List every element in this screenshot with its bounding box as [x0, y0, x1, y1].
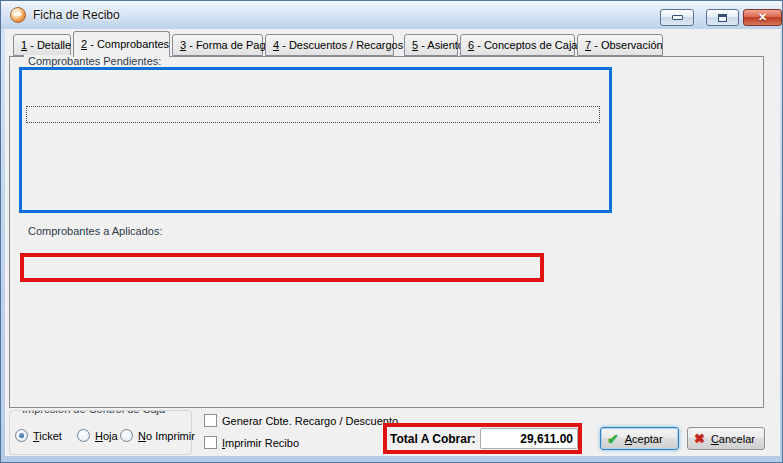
checkbox-generar-cbte-icon[interactable] — [204, 414, 217, 427]
checkbox-generar-cbte[interactable]: Generar Cbte. Recargo / Descuento — [204, 414, 398, 427]
window-title: Ficha de Recibo — [33, 8, 120, 22]
close-button[interactable]: ✕ — [743, 9, 782, 26]
tab-forma-de-pago[interactable]: 3 - Forma de Pago — [172, 34, 263, 56]
minimize-button[interactable] — [660, 9, 694, 26]
restore-icon — [718, 14, 727, 22]
tab-descuentos-recargos[interactable]: 4 - Descuentos / Recargos — [265, 34, 394, 56]
tab-observacion[interactable]: 7 - Observación — [577, 34, 663, 56]
radio-hoja[interactable]: Hoja — [77, 429, 118, 442]
radio-no-imprimir-icon[interactable] — [120, 429, 133, 442]
tab-comprobantes[interactable]: 2 - Comprobantes — [73, 31, 170, 57]
total-a-cobrar-field[interactable]: 29,611.00 — [480, 428, 578, 449]
title-bar[interactable]: Ficha de Recibo ✕ — [1, 1, 782, 29]
total-a-cobrar-label: Total A Cobrar: — [390, 432, 476, 446]
dialog-window: Ficha de Recibo ✕ 1 - Detalle 2 - Compro… — [0, 0, 783, 463]
print-control-group-label: Impresión de Control de Caja — [18, 410, 169, 415]
close-icon: ✕ — [758, 12, 767, 23]
pending-grid-focus-row[interactable] — [26, 106, 600, 123]
check-icon: ✔ — [607, 432, 619, 446]
cancelar-button[interactable]: ✖ Cancelar — [687, 427, 765, 450]
tab-detalle[interactable]: 1 - Detalle — [13, 34, 71, 56]
app-icon — [10, 7, 26, 23]
x-icon: ✖ — [694, 432, 705, 445]
checkbox-imprimir-recibo-icon[interactable] — [204, 436, 217, 449]
minimize-icon — [672, 15, 683, 20]
radio-hoja-icon[interactable] — [77, 429, 90, 442]
radio-no-imprimir[interactable]: No Imprimir — [120, 429, 195, 442]
aceptar-button[interactable]: ✔ Aceptar — [600, 427, 679, 450]
tab-asiento[interactable]: 5 - Asiento — [404, 34, 458, 56]
applied-group-label: Comprobantes a Aplicados: — [24, 225, 167, 237]
radio-ticket-icon[interactable] — [15, 429, 28, 442]
restore-button[interactable] — [706, 9, 739, 26]
checkbox-imprimir-recibo[interactable]: Imprimir Recibo — [204, 436, 299, 449]
radio-ticket[interactable]: Ticket — [15, 429, 62, 442]
tab-conceptos-de-caja[interactable]: 6 - Conceptos de Caja — [460, 34, 575, 56]
